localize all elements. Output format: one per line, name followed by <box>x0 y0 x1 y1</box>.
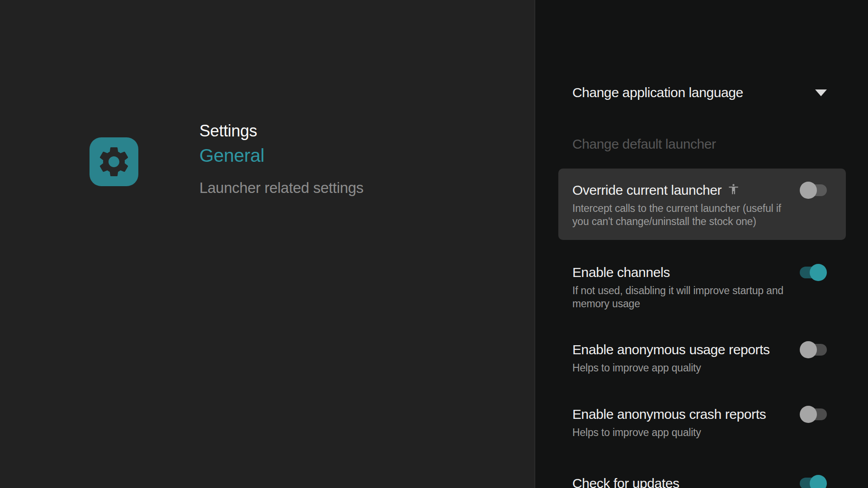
header-pane: Settings General Launcher related settin… <box>0 0 534 488</box>
setting-title: Change default launcher <box>572 136 827 153</box>
setting-subtitle: Helps to improve app quality <box>572 426 800 439</box>
setting-title: Change application language <box>572 84 815 101</box>
section-title: General <box>199 144 363 167</box>
page-title: Settings <box>199 121 363 141</box>
setting-subtitle: Intercept calls to the current launcher … <box>572 202 800 228</box>
setting-subtitle: Helps to improve app quality <box>572 361 800 375</box>
header-text-block: Settings General Launcher related settin… <box>199 121 363 197</box>
enable-anonymous-crash-reports-toggle[interactable] <box>800 406 827 423</box>
override-current-launcher-toggle[interactable] <box>800 182 827 199</box>
setting-subtitle: If not used, disabling it will improve s… <box>572 284 800 310</box>
check-for-updates-toggle[interactable] <box>800 475 827 488</box>
settings-screen: Settings General Launcher related settin… <box>0 0 868 488</box>
enable-anonymous-usage-reports-toggle[interactable] <box>800 341 827 358</box>
setting-change-default-launcher: Change default launcher <box>558 136 846 153</box>
setting-title: Enable channels <box>572 264 800 281</box>
setting-enable-anonymous-usage-reports[interactable]: Enable anonymous usage reports Helps to … <box>558 341 846 375</box>
setting-title: Check for updates <box>572 475 800 488</box>
setting-title: Enable anonymous crash reports <box>572 406 800 423</box>
enable-channels-toggle[interactable] <box>800 264 827 281</box>
app-icon-badge <box>90 137 138 186</box>
setting-title: Enable anonymous usage reports <box>572 341 800 358</box>
settings-list: Change application language Change defau… <box>534 0 868 488</box>
setting-title: Override current launcher <box>572 182 722 199</box>
setting-change-application-language[interactable]: Change application language <box>558 84 846 101</box>
gear-icon <box>96 144 132 180</box>
setting-override-current-launcher[interactable]: Override current launcher Intercept call… <box>558 169 846 240</box>
chevron-down-icon[interactable] <box>815 89 827 96</box>
accessibility-icon <box>727 183 740 195</box>
section-description: Launcher related settings <box>199 179 363 197</box>
setting-enable-anonymous-crash-reports[interactable]: Enable anonymous crash reports Helps to … <box>558 406 846 439</box>
setting-enable-channels[interactable]: Enable channels If not used, disabling i… <box>558 264 846 310</box>
setting-check-for-updates[interactable]: Check for updates <box>558 475 846 488</box>
